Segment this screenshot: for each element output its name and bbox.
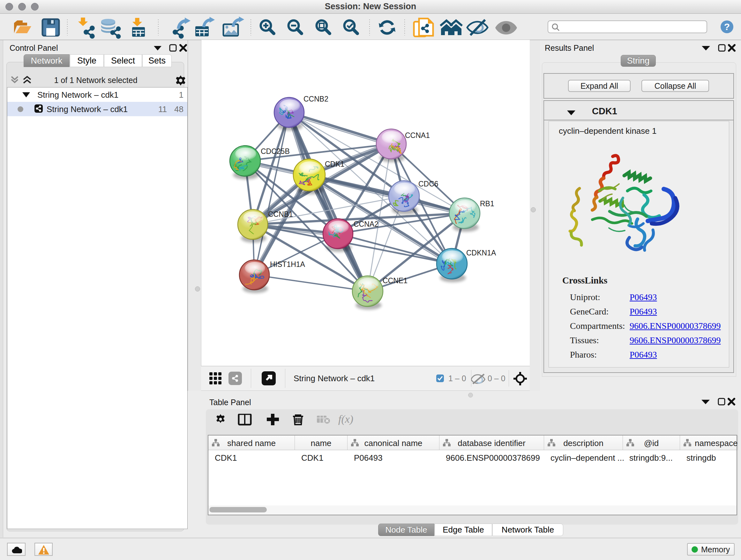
svg-text:RB1: RB1: [480, 199, 494, 208]
svg-text:f(x): f(x): [338, 414, 353, 425]
svg-text:CDK1: CDK1: [325, 160, 344, 168]
svg-text:CDKN1A: CDKN1A: [466, 249, 496, 257]
svg-text:CCNE1: CCNE1: [383, 276, 408, 285]
svg-text:CCNA1: CCNA1: [405, 131, 430, 139]
svg-text:CCNA2: CCNA2: [354, 220, 379, 228]
svg-text:CDC25B: CDC25B: [261, 147, 290, 155]
svg-text:HIST1H1A: HIST1H1A: [270, 260, 306, 268]
svg-text:CCNB2: CCNB2: [304, 95, 328, 103]
svg-text:CDC6: CDC6: [418, 180, 439, 188]
svg-text:CCNB1: CCNB1: [268, 210, 293, 219]
